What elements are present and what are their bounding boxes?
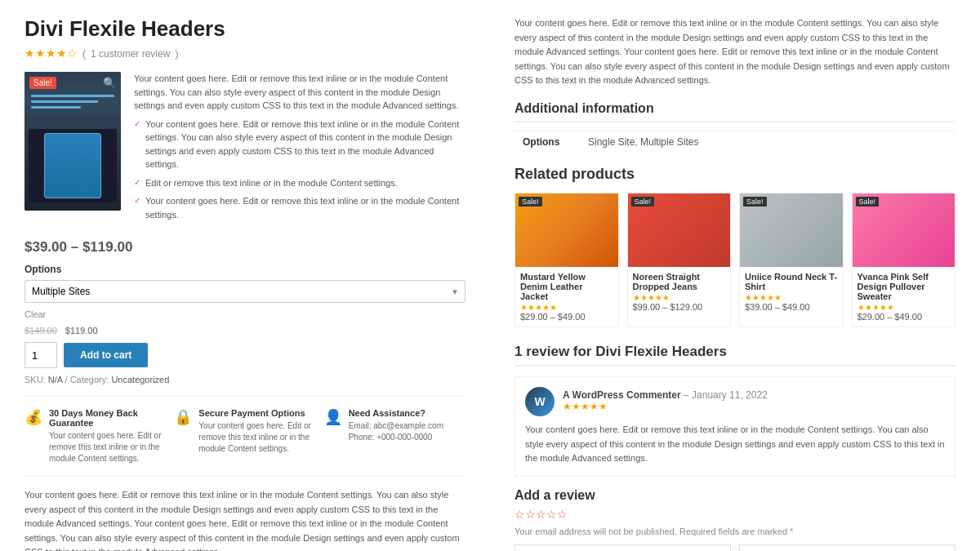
- right-related-info-3: Yvanca Pink Self Design Pullover Sweater…: [853, 267, 956, 327]
- right-related-name-3: Yvanca Pink Self Design Pullover Sweater: [858, 272, 951, 301]
- product-description: Your content goes here. Edit or remove t…: [134, 72, 466, 226]
- thumb-decoration: [24, 88, 121, 118]
- reviewer-date-value: January 11, 2022: [692, 389, 768, 401]
- right-info-label: Options: [514, 131, 580, 153]
- quantity-input[interactable]: [24, 342, 57, 368]
- desc-list: Your content goes here. Edit or remove t…: [134, 118, 466, 222]
- reviewer-date: –: [684, 389, 692, 401]
- right-related-item-1[interactable]: Sale! Noreen Straight Dropped Jeans ★★★★…: [627, 193, 732, 327]
- sku-info: SKU: N/A / Category: Uncategorized: [24, 375, 466, 384]
- right-panel: Your content goes here. Edit or remove t…: [490, 0, 980, 551]
- money-back-icon: 💰: [24, 408, 42, 426]
- price-crossed: $149.00: [24, 326, 57, 335]
- right-related-sale-0: Sale!: [519, 197, 542, 207]
- right-related-img-jacket: Sale!: [515, 193, 618, 267]
- thumb-line-2: [31, 100, 98, 103]
- review-count: (: [82, 48, 86, 60]
- product-title: Divi Flexile Headers: [24, 16, 466, 42]
- add-to-cart-row: Add to cart: [24, 342, 466, 368]
- right-related-price-0: $29.00 – $49.00: [520, 312, 613, 322]
- price-crossed-row: $149.00 $119.00: [24, 322, 466, 337]
- rating-stars-input[interactable]: ☆☆☆☆☆: [514, 508, 956, 522]
- options-label: Options: [24, 264, 466, 275]
- category-value: Uncategorized: [111, 375, 169, 384]
- zoom-icon[interactable]: 🔍: [103, 77, 116, 90]
- email-field[interactable]: [739, 544, 956, 551]
- thumb-line-1: [31, 95, 114, 97]
- feature-assistance-title: Need Assistance?: [349, 408, 443, 418]
- right-related-stars-2: ★★★★★: [745, 293, 838, 302]
- feature-secure-payment: 🔒 Secure Payment Options Your content go…: [174, 408, 315, 464]
- right-related-title: Related products: [514, 166, 956, 183]
- right-related-price-3: $29.00 – $49.00: [858, 312, 951, 322]
- email-note: Your email address will not be published…: [514, 527, 956, 536]
- clear-link[interactable]: Clear: [24, 309, 466, 319]
- right-related-img-jeans: Sale!: [628, 193, 731, 267]
- feature-secure-payment-content: Secure Payment Options Your content goes…: [198, 408, 315, 455]
- right-related-info-0: Mustard Yellow Denim Leather Jacket ★★★★…: [515, 267, 618, 327]
- sale-badge: Sale!: [29, 77, 56, 89]
- right-info-table: Options Single Site, Multiple Sites: [514, 131, 956, 153]
- right-related-name-1: Noreen Straight Dropped Jeans: [633, 272, 726, 291]
- desc-item-2: Edit or remove this text inline or in th…: [134, 176, 466, 190]
- right-related-item-3[interactable]: Sale! Yvanca Pink Self Design Pullover S…: [852, 193, 956, 327]
- right-related-sale-2: Sale!: [743, 197, 767, 207]
- reviewer-info: A WordPress Commenter – January 11, 2022…: [563, 389, 945, 413]
- add-to-cart-button[interactable]: Add to cart: [64, 343, 148, 367]
- desc-item-1: Your content goes here. Edit or remove t…: [134, 118, 466, 171]
- right-related-img-pink: Sale!: [853, 193, 956, 267]
- right-related-info-1: Noreen Straight Dropped Jeans ★★★★★ $99.…: [628, 267, 731, 317]
- reviewer-name: A WordPress Commenter: [563, 389, 681, 401]
- desc-item-3: Your content goes here. Edit or remove t…: [134, 194, 466, 221]
- feature-secure-desc: Your content goes here. Edit or remove t…: [198, 420, 315, 455]
- price-block: $39.00 – $119.00: [24, 239, 466, 256]
- left-panel: Divi Flexile Headers ★★★★☆ (1 customer r…: [0, 0, 490, 551]
- right-related-name-0: Mustard Yellow Denim Leather Jacket: [520, 272, 613, 301]
- right-top-content: Your content goes here. Edit or remove t…: [514, 16, 956, 88]
- reviews-title: 1 review for Divi Flexile Headers: [514, 344, 956, 367]
- feature-assistance-content: Need Assistance? Email: abc@example.comP…: [349, 408, 443, 443]
- lock-icon: 🔒: [174, 408, 192, 426]
- right-related-stars-3: ★★★★★: [858, 303, 951, 312]
- right-related-stars-0: ★★★★★: [520, 303, 613, 312]
- sku-value: N/A: [48, 375, 63, 384]
- right-related-stars-1: ★★★★★: [633, 293, 726, 302]
- right-related-info-2: Uniice Round Neck T-Shirt ★★★★★ $39.00 –…: [740, 267, 843, 317]
- right-related-sale-3: Sale!: [856, 197, 880, 207]
- review-count-text: 1 customer review: [91, 48, 170, 60]
- reviewer-avatar: W: [525, 387, 555, 416]
- name-field[interactable]: [514, 544, 731, 551]
- right-related-grid: Sale! Mustard Yellow Denim Leather Jacke…: [514, 193, 956, 327]
- right-info-value: Single Site, Multiple Sites: [580, 131, 956, 153]
- options-select-wrapper: Multiple Sites Single Site ▼: [24, 280, 466, 303]
- feature-assistance-desc: Email: abc@example.comPhone: +000-000-00…: [349, 420, 443, 443]
- options-select[interactable]: Multiple Sites Single Site: [24, 280, 466, 303]
- thumb-device: [44, 133, 101, 198]
- right-related-sale-1: Sale!: [631, 197, 655, 207]
- right-related-item-0[interactable]: Sale! Mustard Yellow Denim Leather Jacke…: [514, 193, 619, 327]
- user-icon: 👤: [324, 408, 342, 426]
- product-thumbnail: [24, 72, 121, 211]
- desc-intro: Your content goes here. Edit or remove t…: [134, 72, 466, 113]
- thumb-inner: [24, 72, 121, 211]
- features-row: 💰 30 Days Money Back Guarantee Your cont…: [24, 396, 466, 477]
- reviewer-name-date: A WordPress Commenter – January 11, 2022: [563, 389, 945, 401]
- feature-secure-title: Secure Payment Options: [198, 408, 315, 418]
- product-image-wrapper: Sale! 🔍: [24, 72, 121, 211]
- feature-money-back: 💰 30 Days Money Back Guarantee Your cont…: [24, 408, 166, 464]
- right-info-row: Options Single Site, Multiple Sites: [514, 131, 956, 153]
- product-main: Sale! 🔍 Your content goes here. Edit or …: [24, 72, 466, 226]
- right-related-name-2: Uniice Round Neck T-Shirt: [745, 272, 838, 291]
- thumb-line-3: [31, 106, 81, 109]
- review-stars: ★★★★★: [563, 401, 945, 413]
- right-content-text: Your content goes here. Edit or remove t…: [514, 16, 956, 88]
- price-range: $39.00 – $119.00: [24, 239, 132, 255]
- rating-row: ★★★★☆ (1 customer review): [24, 47, 466, 60]
- right-related-item-2[interactable]: Sale! Uniice Round Neck T-Shirt ★★★★★ $3…: [739, 193, 844, 327]
- feature-money-back-desc: Your content goes here. Edit or remove t…: [49, 430, 166, 464]
- review-count-close: ): [175, 48, 178, 60]
- name-email-row: [514, 544, 956, 551]
- right-related-price-2: $39.00 – $49.00: [745, 302, 838, 312]
- right-related-price-1: $99.00 – $129.00: [633, 302, 726, 312]
- right-related-img-tshirt: Sale!: [740, 193, 843, 267]
